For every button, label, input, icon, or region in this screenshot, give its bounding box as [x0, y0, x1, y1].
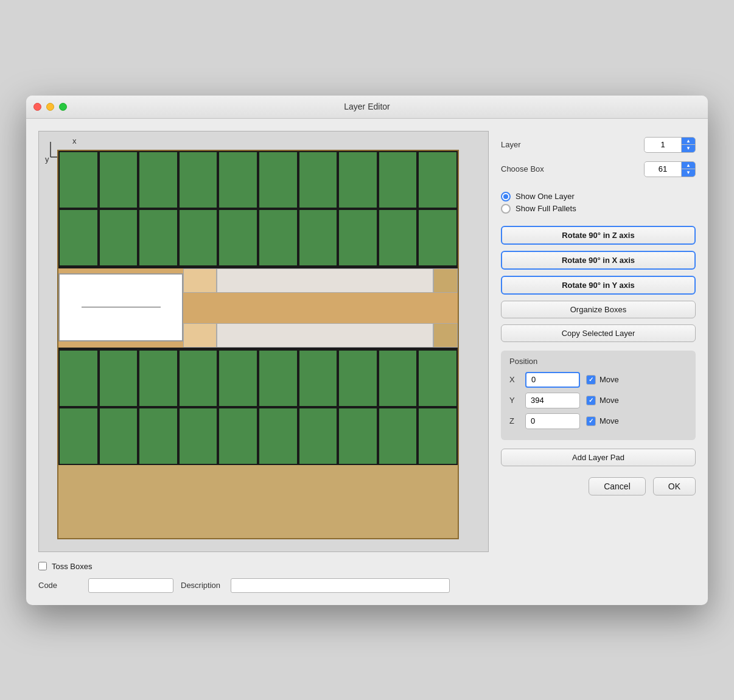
green-box [338, 151, 378, 209]
layer-value[interactable] [645, 138, 681, 151]
code-input[interactable] [88, 578, 173, 593]
green-box [218, 349, 258, 407]
cancel-button[interactable]: Cancel [589, 477, 646, 495]
z-check-icon: ✓ [589, 418, 593, 424]
y-pos-input[interactable] [525, 393, 580, 408]
green-box [178, 151, 218, 209]
green-box [178, 209, 218, 267]
position-title: Position [509, 357, 687, 366]
green-box [378, 349, 418, 407]
middle-section [58, 268, 458, 348]
x-move-cb-box[interactable]: ✓ [586, 375, 596, 385]
green-box [418, 209, 458, 267]
show-one-layer-radio[interactable] [501, 192, 511, 201]
show-full-pallets-label: Show Full Pallets [516, 204, 576, 213]
mid-box-4 [183, 323, 217, 348]
layer-down-arrow[interactable]: ▼ [682, 145, 695, 152]
green-box [338, 209, 378, 267]
green-box [58, 407, 99, 465]
bottom-buttons: Cancel OK [501, 477, 696, 495]
layer-up-arrow[interactable]: ▲ [682, 138, 695, 145]
green-box [138, 349, 178, 407]
green-box [178, 349, 218, 407]
left-panel: x y [38, 131, 489, 593]
choose-box-spinner[interactable]: ▲ ▼ [644, 161, 696, 177]
show-one-layer-row[interactable]: Show One Layer [501, 192, 696, 201]
code-label: Code [38, 581, 81, 590]
y-move-cb-box[interactable]: ✓ [586, 396, 596, 405]
mid-box-3 [433, 268, 458, 293]
choose-box-row: Choose Box ▲ ▼ [501, 161, 696, 177]
mid-box-1 [183, 268, 217, 293]
green-box [418, 407, 458, 465]
close-button[interactable] [33, 103, 41, 111]
green-box [258, 407, 298, 465]
radio-dot [503, 194, 508, 199]
green-box [298, 209, 338, 267]
z-pos-input[interactable] [525, 413, 580, 429]
show-one-layer-label: Show One Layer [516, 192, 575, 201]
x-move-checkbox[interactable]: ✓ Move [586, 375, 619, 385]
mid-box-6 [433, 323, 458, 348]
y-position-row: Y ✓ Move [509, 393, 687, 408]
toss-boxes-checkbox[interactable] [38, 562, 47, 570]
code-row: Code Description [38, 578, 489, 593]
green-box [298, 407, 338, 465]
x-position-row: X ✓ Move [509, 372, 687, 388]
toss-boxes-label: Toss Boxes [52, 562, 92, 571]
show-full-pallets-row[interactable]: Show Full Pallets [501, 204, 696, 214]
mid-box-2 [217, 268, 433, 293]
z-pos-label: Z [509, 416, 519, 425]
green-box [258, 151, 298, 209]
choose-box-down-arrow[interactable]: ▼ [682, 169, 695, 177]
green-box [338, 349, 378, 407]
choose-box-up-arrow[interactable]: ▲ [682, 162, 695, 169]
choose-box-value[interactable] [645, 163, 681, 175]
green-box [99, 349, 139, 407]
rotate-x-button[interactable]: Rotate 90° in X axis [501, 251, 696, 270]
layer-spinner[interactable]: ▲ ▼ [644, 137, 696, 153]
green-box [338, 407, 378, 465]
toss-boxes-row: Toss Boxes [38, 562, 489, 571]
x-pos-input[interactable] [525, 372, 580, 388]
layer-label: Layer [501, 140, 521, 149]
mid-box-5 [217, 323, 433, 348]
rotate-z-button[interactable]: Rotate 90° in Z axis [501, 226, 696, 245]
green-box [378, 209, 418, 267]
white-box [58, 273, 183, 341]
green-box [58, 349, 99, 407]
z-move-checkbox[interactable]: ✓ Move [586, 416, 619, 426]
green-box [378, 407, 418, 465]
y-move-checkbox[interactable]: ✓ Move [586, 396, 619, 405]
description-input[interactable] [231, 578, 450, 593]
z-move-cb-box[interactable]: ✓ [586, 416, 596, 426]
window-title: Layer Editor [344, 102, 390, 111]
description-label: Description [181, 581, 223, 590]
ok-button[interactable]: OK [653, 477, 696, 495]
x-pos-label: X [509, 375, 519, 384]
layer-arrows: ▲ ▼ [681, 138, 695, 152]
layer-row: Layer ▲ ▼ [501, 137, 696, 153]
x-check-icon: ✓ [589, 376, 593, 383]
show-full-pallets-radio[interactable] [501, 204, 511, 214]
radio-group: Show One Layer Show Full Pallets [501, 189, 696, 216]
green-box [99, 407, 139, 465]
green-box [99, 151, 139, 209]
x-axis-label: x [72, 136, 77, 145]
green-box [58, 209, 99, 267]
green-box [138, 151, 178, 209]
canvas-area: x y [38, 131, 489, 552]
green-box [258, 349, 298, 407]
copy-selected-layer-button[interactable]: Copy Selected Layer [501, 324, 696, 342]
add-layer-pad-button[interactable]: Add Layer Pad [501, 449, 696, 466]
green-box [99, 209, 139, 267]
x-move-label: Move [599, 375, 619, 384]
minimize-button[interactable] [46, 103, 54, 111]
top-mid-strip [183, 268, 458, 293]
y-move-label: Move [599, 396, 619, 405]
green-box [218, 407, 258, 465]
organize-boxes-button[interactable]: Organize Boxes [501, 301, 696, 318]
maximize-button[interactable] [59, 103, 67, 111]
rotate-y-button[interactable]: Rotate 90° in Y axis [501, 276, 696, 295]
mid-right-section [183, 268, 458, 348]
